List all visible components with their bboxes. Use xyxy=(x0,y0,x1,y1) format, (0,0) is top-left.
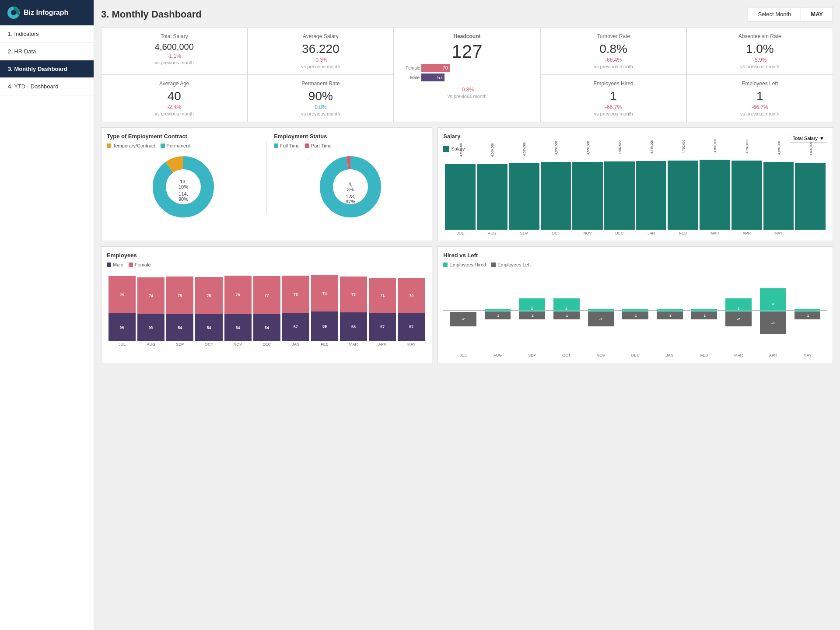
employees-bar-col: 7854 xyxy=(224,276,252,341)
status-legend: Full Time Part Time xyxy=(274,143,427,148)
employees-legend: Male Female xyxy=(107,262,427,267)
hired-vs-left-section: Hired vs Left Employees Hired Employees … xyxy=(438,246,833,364)
svg-text:4,: 4, xyxy=(348,182,352,187)
charts-row: Type of Employment Contract Temporary/Co… xyxy=(101,127,833,241)
kpi-card: Employees Left 1 -66.7% vs previous mont… xyxy=(686,75,833,122)
svg-text:123,: 123, xyxy=(346,194,355,199)
legend-temporary: Temporary/Contract xyxy=(107,143,155,148)
employees-bar-col: 7556 xyxy=(108,276,136,341)
donut-wrapper: Type of Employment Contract Temporary/Co… xyxy=(107,133,427,222)
salary-x-labels: JULAUGSEPOCTNOVDECJANFEBMARAPRMAY xyxy=(443,231,827,235)
salary-bar-col: 4,810,000 xyxy=(700,133,730,230)
select-month-button[interactable]: Select Month xyxy=(748,7,801,21)
contract-donut-svg: 13, 10% 114, 90% xyxy=(148,152,218,222)
svg-text:97%: 97% xyxy=(346,199,355,204)
hired-left-bars-wrapper: -2JUL1-1AUG2-1SEP2-1OCT1-2NOV1-1DEC1-1JA… xyxy=(445,271,826,358)
legend-male: Male xyxy=(107,262,123,267)
salary-bar-col: 4,650,000 xyxy=(572,135,603,230)
bottom-row: Employees Male Female 755674557654755478… xyxy=(101,246,833,364)
month-selector[interactable]: Select Month MAY xyxy=(748,7,833,21)
selected-month-value: MAY xyxy=(801,7,833,21)
salary-bar-chart: 4,500,0004,500,0004,580,0004,650,0004,65… xyxy=(443,155,827,230)
svg-text:114,: 114, xyxy=(178,191,188,196)
salary-bar-col: 4,580,000 xyxy=(509,136,539,230)
svg-text:90%: 90% xyxy=(178,196,188,202)
salary-bar-col: 4,500,000 xyxy=(477,137,508,230)
hired-left-chart: -2JUL1-1AUG2-1SEP2-1OCT1-2NOV1-1DEC1-1JA… xyxy=(443,271,827,358)
legend-temporary-color xyxy=(107,144,111,148)
employees-bar-col: 7554 xyxy=(195,277,222,341)
employees-bar-chart: 7556745576547554785477547557745973587157… xyxy=(107,271,427,341)
kpi-card: Absenteeism Rate 1.0% -5.9% vs previous … xyxy=(686,28,833,75)
kpi-card: Average Age 40 -2.4% vs previous month xyxy=(101,75,248,122)
legend-hired: Employees Hired xyxy=(443,262,486,267)
contract-donut-wrap: 13, 10% 114, 90% xyxy=(107,152,259,222)
salary-bar-col: 4,650,000 xyxy=(541,135,571,230)
employment-contract-chart: Type of Employment Contract Temporary/Co… xyxy=(107,133,259,222)
zero-line xyxy=(443,310,827,311)
contract-legend: Temporary/Contract Permanent xyxy=(107,143,259,148)
kpi-headcount: Headcount 127 Female 70 Male 57 -0.8% vs… xyxy=(394,28,540,122)
sidebar-item-hr-data[interactable]: 2. HR Data xyxy=(0,43,94,60)
legend-permanent-color xyxy=(161,144,165,148)
salary-bar-col: 4,600,000 xyxy=(795,136,826,230)
svg-text:10%: 10% xyxy=(178,184,188,189)
status-donut-svg: 4, 3% 123, 97% xyxy=(315,152,385,222)
logo-icon xyxy=(7,6,20,19)
legend-female-color xyxy=(129,262,133,267)
legend-left-color xyxy=(491,262,496,267)
brand-name: Biz Infograph xyxy=(24,9,68,17)
svg-text:3%: 3% xyxy=(347,187,354,192)
page-header: 3. Monthly Dashboard Select Month MAY xyxy=(101,7,833,21)
sidebar: Biz Infograph 1. Indicators 2. HR Data 3… xyxy=(0,0,94,630)
status-donut-wrap: 4, 3% 123, 97% xyxy=(274,152,427,222)
donut-section: Type of Employment Contract Temporary/Co… xyxy=(101,127,432,241)
sidebar-logo: Biz Infograph xyxy=(0,0,94,25)
sidebar-item-ytd-dashboard[interactable]: 4. YTD - Dashboard xyxy=(0,78,94,95)
legend-fulltime: Full Time xyxy=(274,143,300,148)
employees-bar-col: 7358 xyxy=(340,276,367,341)
employees-bar-col: 7459 xyxy=(311,275,338,341)
salary-chart-section: Salary Total Salary ▼ Salary 4,500,0004,… xyxy=(438,127,833,241)
legend-male-color xyxy=(107,262,111,267)
salary-bar-col: 4,680,000 xyxy=(604,134,635,230)
salary-bar-col: 4,750,000 xyxy=(668,133,698,230)
kpi-card: Employees Hired 1 -66.7% vs previous mon… xyxy=(540,75,687,122)
legend-hired-color xyxy=(443,262,448,267)
kpi-card: Average Salary 36.220 -0.3% vs previous … xyxy=(248,28,394,75)
legend-parttime: Part Time xyxy=(305,143,332,148)
employees-bar-col: 7754 xyxy=(253,276,280,341)
salary-bar-col: 4,500,000 xyxy=(445,137,476,230)
sidebar-item-indicators[interactable]: 1. Indicators xyxy=(0,25,94,43)
donut-divider xyxy=(266,142,267,213)
kpi-rows: Total Salary 4,600,000 -1.1% vs previous… xyxy=(101,28,833,122)
kpi-card: Permanent Rate 90% 0.8% vs previous mont… xyxy=(248,75,394,122)
page-title: 3. Monthly Dashboard xyxy=(101,9,202,20)
svg-text:13,: 13, xyxy=(180,179,186,184)
employees-chart-section: Employees Male Female 755674557654755478… xyxy=(101,246,432,364)
legend-female: Female xyxy=(129,262,151,267)
sidebar-item-monthly-dashboard[interactable]: 3. Monthly Dashboard xyxy=(0,60,94,78)
employees-bar-col: 7557 xyxy=(282,276,309,341)
employees-bar-col: 7654 xyxy=(166,276,193,341)
employees-bar-col: 7455 xyxy=(137,277,164,341)
legend-fulltime-color xyxy=(274,144,278,148)
legend-permanent: Permanent xyxy=(161,143,190,148)
salary-bar-col: 4,730,000 xyxy=(636,134,667,230)
employment-status-chart: Employment Status Full Time Part Time xyxy=(274,133,427,222)
employees-bar-col: 7157 xyxy=(369,278,396,341)
kpi-card: Turnover Rate 0.8% -66.4% vs previous mo… xyxy=(540,28,687,75)
legend-left: Employees Left xyxy=(491,262,531,267)
salary-bar-col: 4,760,000 xyxy=(732,133,762,230)
employees-x-labels: JULAUGSEPOCTNOVDECJANFEBMARAPRMAY xyxy=(107,342,427,346)
legend-parttime-color xyxy=(305,144,309,148)
salary-bar-col: 4,650,000 xyxy=(763,135,794,230)
kpi-card: Total Salary 4,600,000 -1.1% vs previous… xyxy=(101,28,248,75)
hired-left-legend: Employees Hired Employees Left xyxy=(443,262,827,267)
employees-bar-col: 7057 xyxy=(398,278,425,341)
svg-point-1 xyxy=(11,10,16,15)
main-content: 3. Monthly Dashboard Select Month MAY To… xyxy=(94,0,840,630)
